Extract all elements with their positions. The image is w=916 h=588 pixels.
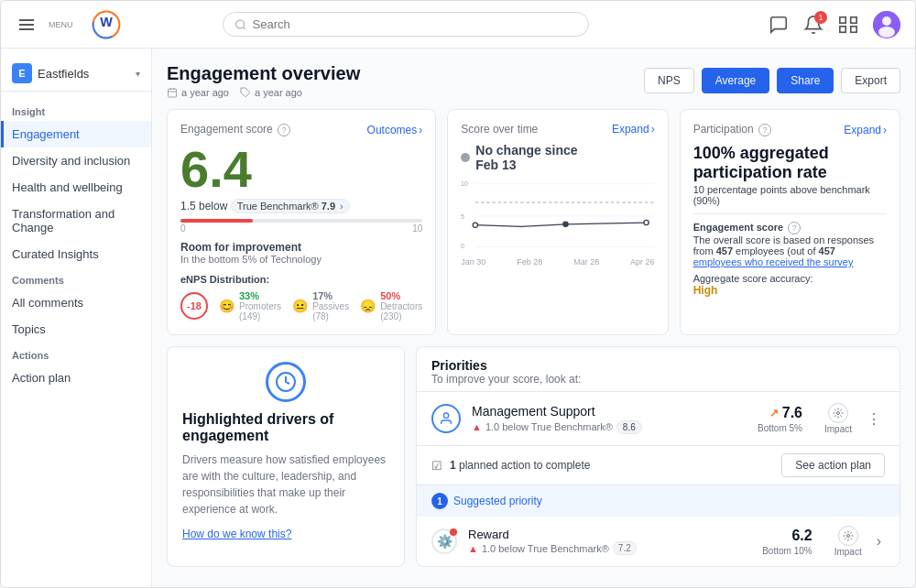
share-button[interactable]: Share: [777, 68, 834, 93]
accuracy-label: Aggregate score accuracy:: [693, 273, 887, 284]
search-input[interactable]: [253, 17, 578, 31]
svg-text:10: 10: [461, 180, 468, 187]
calendar-icon: [167, 87, 178, 98]
top-nav: MENU W 1: [1, 1, 915, 49]
sidebar-item-all-comments[interactable]: All comments: [1, 289, 151, 316]
page-title-area: Engagement overview a year ago a year ag…: [167, 63, 360, 98]
menu-label: MENU: [49, 20, 73, 29]
export-button[interactable]: Export: [841, 68, 900, 93]
more-options-button[interactable]: ⋮: [863, 410, 885, 428]
how-link[interactable]: How do we know this?: [182, 528, 291, 540]
benchmark-progress: 0 10: [180, 219, 422, 234]
engagement-score-card: Engagement score ? Outcomes › 6.4 1.5 be…: [167, 109, 436, 335]
passive-icon: 😐: [292, 299, 308, 313]
engagement-score-value: 6.4: [180, 144, 422, 195]
promoter-icon: 😊: [219, 299, 234, 313]
priorities-panel: Priorities To improve your score, look a…: [416, 346, 900, 567]
enps-promoters: 😊 33% Promoters (149): [219, 290, 281, 321]
org-name: Eastfields: [38, 67, 130, 81]
expand-time-link[interactable]: Expand ›: [612, 123, 655, 136]
score-over-time-card: Score over time Expand › No change since…: [447, 109, 668, 335]
time-chart-svg: 10 5 0: [461, 180, 654, 253]
menu-button[interactable]: [16, 16, 38, 34]
drivers-desc: Drivers measure how satisfied employees …: [182, 452, 389, 517]
improvement-label: Room for improvement: [180, 241, 422, 254]
action-row: ☑ 1 planned action to complete See actio…: [417, 446, 900, 485]
drivers-icon-container: [182, 362, 389, 402]
meta-date1: a year ago: [167, 87, 229, 98]
management-icon: [431, 404, 461, 433]
svg-rect-6: [840, 26, 845, 31]
sidebar-item-transformation[interactable]: Transformation and Change: [1, 201, 151, 241]
card-divider: [693, 213, 887, 214]
notification-badge: 1: [814, 11, 827, 24]
reward-score-tag: Bottom 10%: [762, 546, 812, 556]
impact-button[interactable]: Impact: [824, 403, 852, 434]
sidebar-item-diversity[interactable]: Diversity and inclusion: [1, 147, 151, 174]
sidebar: E Eastfields ▾ Insight Engagement Divers…: [1, 49, 152, 587]
cards-row: Engagement score ? Outcomes › 6.4 1.5 be…: [167, 109, 900, 335]
expand-participation-link[interactable]: Expand ›: [844, 124, 887, 136]
enps-detractors: 😞 50% Detractors (230): [360, 290, 422, 321]
priority-management-support: Management Support ▲ 1.0 below True Benc…: [417, 392, 900, 446]
notification-button[interactable]: 1: [803, 15, 823, 35]
clock-icon: [266, 362, 306, 402]
svg-point-28: [836, 412, 839, 415]
tag-icon: [240, 87, 251, 98]
no-change-dot: [461, 153, 470, 162]
svg-text:W: W: [100, 14, 113, 28]
sidebar-section-comments: Comments: [1, 267, 151, 289]
see-action-plan-button[interactable]: See action plan: [781, 453, 885, 477]
management-score-tag: Bottom 5%: [758, 423, 802, 433]
score-time-header: Score over time Expand ›: [461, 123, 654, 136]
org-selector[interactable]: E Eastfields ▾: [1, 56, 151, 92]
drivers-heading: Highlighted drivers of engagement: [182, 411, 389, 444]
reward-icon: ⚙️: [431, 528, 457, 554]
chat-button[interactable]: [769, 15, 789, 35]
no-change-badge: No change since Feb 13: [461, 143, 654, 172]
svg-point-27: [443, 413, 448, 418]
sidebar-item-curated[interactable]: Curated Insights: [1, 241, 151, 267]
impact-icon: [828, 403, 848, 423]
engagement-info-icon[interactable]: ?: [278, 124, 290, 136]
reward-impact-button[interactable]: Impact: [834, 526, 862, 557]
nps-button[interactable]: NPS: [644, 68, 694, 93]
page-header: Engagement overview a year ago a year ag…: [167, 63, 900, 98]
bottom-section: Highlighted drivers of engagement Driver…: [167, 346, 900, 567]
search-bar: [223, 12, 589, 37]
priorities-subtitle: To improve your score, look at:: [431, 373, 885, 386]
participation-card: Participation ? Expand › 100% aggregated…: [680, 109, 900, 335]
reward-alert-dot: [450, 528, 457, 536]
participation-info-icon[interactable]: ?: [758, 124, 771, 136]
participation-above: 10 percentage points above benchmark (90…: [693, 184, 887, 206]
svg-point-3: [236, 20, 245, 28]
enps-title: eNPS Distribution:: [180, 274, 422, 285]
enps-items: -18 😊 33% Promoters (149) 😐: [180, 290, 422, 321]
svg-text:0: 0: [461, 243, 464, 249]
svg-point-10: [878, 27, 895, 38]
average-button[interactable]: Average: [702, 68, 769, 93]
header-actions: NPS Average Share Export: [644, 68, 900, 93]
meta-date2: a year ago: [240, 87, 302, 98]
sidebar-item-health[interactable]: Health and wellbeing: [1, 174, 151, 201]
sidebar-item-topics[interactable]: Topics: [1, 316, 151, 343]
participation-header: Participation ? Expand ›: [693, 123, 887, 136]
enps-score-circle: -18: [180, 292, 208, 320]
svg-point-9: [882, 16, 891, 26]
outcomes-link[interactable]: Outcomes ›: [367, 124, 423, 136]
svg-rect-4: [840, 16, 845, 22]
benchmark-tag: True Benchmark® 7.9 ›: [231, 199, 350, 213]
user-avatar[interactable]: [873, 11, 900, 38]
sidebar-item-engagement[interactable]: Engagement: [1, 121, 151, 147]
sidebar-item-action-plan[interactable]: Action plan: [1, 365, 151, 391]
chart-x-labels: Jan 30 Feb 28 Mar 28 Apr 26: [461, 257, 654, 267]
survey-link[interactable]: employees who received the survey: [693, 256, 854, 267]
reward-chevron[interactable]: ›: [873, 533, 885, 550]
nav-icons: 1: [769, 11, 900, 38]
chevron-down-icon: ▾: [136, 69, 140, 79]
score-info-icon[interactable]: ?: [788, 222, 801, 234]
reward-impact-icon: [838, 526, 858, 546]
content-area: Engagement overview a year ago a year ag…: [152, 49, 915, 587]
org-initial: E: [12, 63, 32, 83]
apps-button[interactable]: [838, 15, 858, 35]
